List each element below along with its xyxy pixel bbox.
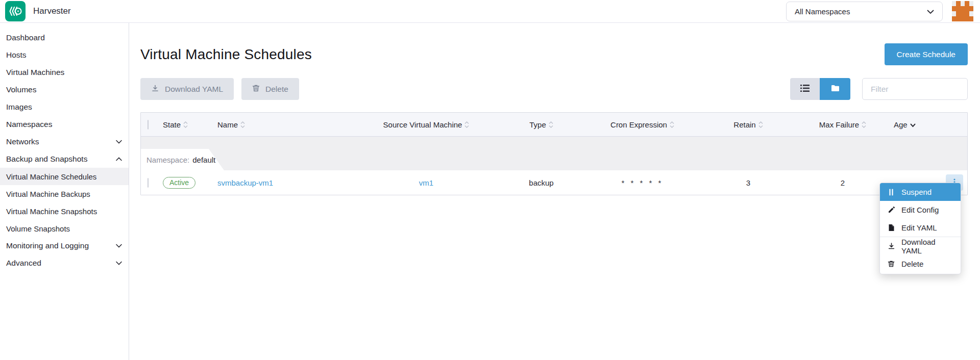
brand-link[interactable]: Harvester	[0, 1, 71, 21]
column-header-state[interactable]: State	[163, 120, 217, 129]
sidebar-item-backup-and-snapshots[interactable]: Backup and Snapshots	[0, 150, 129, 168]
sidebar-item-label: Virtual Machine Schedules	[6, 172, 96, 181]
sidebar-item-volume-snapshots[interactable]: Volume Snapshots	[0, 220, 129, 237]
menu-item-label: Download YAML	[901, 238, 953, 255]
user-avatar-identicon[interactable]	[952, 1, 973, 21]
column-header-age[interactable]: Age	[894, 120, 940, 129]
app-name: Harvester	[33, 6, 71, 16]
sidebar-nav: Dashboard Hosts Virtual Machines Volumes…	[0, 23, 129, 360]
sidebar-item-virtual-machines[interactable]: Virtual Machines	[0, 64, 129, 81]
column-header-source-virtual-machine[interactable]: Source Virtual Machine	[350, 120, 503, 129]
column-label: Source Virtual Machine	[383, 120, 462, 129]
main-content: Virtual Machine Schedules Create Schedul…	[129, 23, 980, 360]
retain-cell: 3	[746, 178, 750, 187]
column-header-type[interactable]: Type	[503, 120, 580, 129]
group-value: default	[192, 156, 215, 164]
sidebar-item-label: Dashboard	[6, 33, 45, 42]
list-view-icon	[800, 85, 810, 93]
sidebar-item-virtual-machine-snapshots[interactable]: Virtual Machine Snapshots	[0, 202, 129, 220]
trash-icon	[887, 260, 895, 268]
column-header-name[interactable]: Name	[217, 120, 350, 129]
sidebar-item-virtual-machine-schedules[interactable]: Virtual Machine Schedules	[0, 168, 129, 185]
sidebar-item-label: Namespaces	[6, 120, 52, 129]
sort-icon	[464, 121, 469, 128]
sort-icon	[670, 121, 674, 128]
sidebar-item-label: Networks	[6, 137, 39, 146]
column-label: Age	[894, 120, 908, 129]
sort-desc-icon	[910, 120, 916, 129]
menu-item-label: Edit YAML	[901, 223, 937, 232]
menu-item-edit-config[interactable]: Edit Config	[880, 201, 961, 219]
top-bar: Harvester All Namespaces	[0, 0, 980, 23]
status-badge: Active	[163, 177, 195, 189]
download-icon	[887, 242, 895, 250]
column-label: Cron Expression	[610, 120, 667, 129]
row-checkbox[interactable]	[148, 178, 149, 188]
cron-expression-cell: * * * * *	[622, 178, 664, 187]
sidebar-item-dashboard[interactable]: Dashboard	[0, 29, 129, 46]
namespace-select[interactable]: All Namespaces	[786, 2, 943, 21]
column-header-retain[interactable]: Retain	[705, 120, 792, 129]
menu-item-edit-yaml[interactable]: Edit YAML	[880, 219, 961, 237]
pencil-icon	[887, 206, 895, 214]
sidebar-item-advanced[interactable]: Advanced	[0, 254, 129, 272]
schedules-table: State Name Source Virtual Machine	[140, 112, 968, 195]
chevron-up-icon	[116, 157, 122, 161]
type-cell: backup	[529, 178, 553, 187]
grouped-view-button[interactable]	[820, 78, 850, 100]
group-label: Namespace:	[146, 156, 189, 164]
topbar-right: All Namespaces	[786, 1, 980, 21]
list-view-button[interactable]	[790, 78, 820, 100]
bulk-actions-toolbar: Download YAML Delete	[140, 78, 968, 100]
menu-item-download-yaml[interactable]: Download YAML	[880, 237, 961, 255]
source-vm-link[interactable]: vm1	[419, 178, 433, 187]
sidebar-item-label: Volumes	[6, 85, 36, 94]
sidebar-item-label: Backup and Snapshots	[6, 155, 87, 164]
sidebar-item-monitoring-and-logging[interactable]: Monitoring and Logging	[0, 237, 129, 254]
select-all-checkbox[interactable]	[148, 120, 149, 130]
sidebar-item-label: Virtual Machine Snapshots	[6, 207, 97, 216]
column-header-max-failure[interactable]: Max Failure	[792, 120, 894, 129]
sidebar-item-label: Virtual Machines	[6, 68, 64, 77]
delete-button[interactable]: Delete	[241, 78, 299, 100]
menu-item-delete[interactable]: Delete	[880, 255, 961, 273]
delete-label: Delete	[265, 85, 288, 94]
page-title: Virtual Machine Schedules	[140, 46, 312, 63]
row-actions-menu: Suspend Edit Config Edit YAML Download Y…	[879, 183, 961, 274]
chevron-down-icon	[116, 140, 122, 144]
sidebar-item-namespaces[interactable]: Namespaces	[0, 116, 129, 133]
group-row-band: Namespace: default	[141, 137, 967, 170]
column-header-cron-expression[interactable]: Cron Expression	[580, 120, 705, 129]
sort-icon	[758, 121, 763, 128]
sidebar-item-label: Volume Snapshots	[6, 224, 70, 233]
sidebar-item-images[interactable]: Images	[0, 98, 129, 116]
create-schedule-button[interactable]: Create Schedule	[885, 43, 968, 65]
column-label: State	[163, 120, 181, 129]
trash-icon	[252, 84, 260, 94]
view-mode-toggle	[790, 78, 850, 100]
sort-icon	[862, 121, 866, 128]
menu-item-label: Delete	[901, 260, 923, 268]
chevron-down-icon	[116, 244, 122, 248]
sort-icon	[183, 121, 188, 128]
download-yaml-button[interactable]: Download YAML	[140, 78, 234, 100]
file-icon	[887, 224, 895, 232]
menu-item-label: Suspend	[901, 188, 932, 196]
sidebar-item-label: Monitoring and Logging	[6, 241, 89, 250]
filter-input[interactable]	[862, 78, 968, 100]
column-label: Name	[217, 120, 238, 129]
table-header-row: State Name Source Virtual Machine	[141, 113, 967, 137]
download-yaml-label: Download YAML	[165, 85, 223, 94]
sidebar-item-virtual-machine-backups[interactable]: Virtual Machine Backups	[0, 185, 129, 202]
schedule-name-link[interactable]: svmbackup-vm1	[217, 178, 273, 187]
menu-item-suspend[interactable]: Suspend	[880, 183, 961, 201]
menu-item-label: Edit Config	[901, 205, 939, 214]
sidebar-item-label: Hosts	[6, 50, 27, 60]
sidebar-item-volumes[interactable]: Volumes	[0, 81, 129, 98]
table-row: Active svmbackup-vm1 vm1 backup * * * * …	[141, 170, 967, 195]
sidebar-item-networks[interactable]: Networks	[0, 133, 129, 150]
sidebar-item-hosts[interactable]: Hosts	[0, 46, 129, 64]
harvester-logo-icon	[5, 1, 26, 21]
column-label: Max Failure	[819, 120, 859, 129]
sidebar-item-label: Images	[6, 102, 32, 112]
